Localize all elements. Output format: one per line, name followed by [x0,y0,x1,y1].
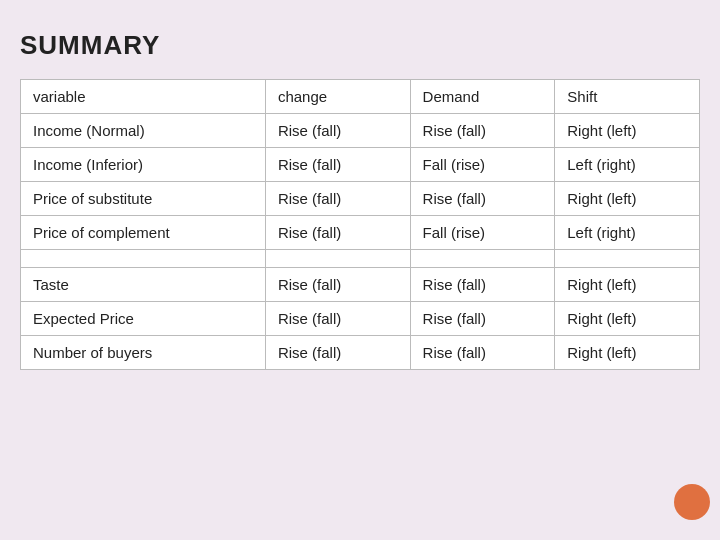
cell-5-1: Rise (fall) [265,268,410,302]
cell-1-3: Left (right) [555,148,700,182]
cell-3-1: Rise (fall) [265,216,410,250]
cell-3-0: Price of complement [21,216,266,250]
cell-1-0: Income (Inferior) [21,148,266,182]
cell-4-2 [410,250,555,268]
cell-2-2: Rise (fall) [410,182,555,216]
cell-2-0: Price of substitute [21,182,266,216]
cell-7-1: Rise (fall) [265,336,410,370]
table-row [21,250,700,268]
cell-6-3: Right (left) [555,302,700,336]
col-header-demand: Demand [410,80,555,114]
table-row: Income (Normal)Rise (fall)Rise (fall)Rig… [21,114,700,148]
page-container: SUMMARY variable change Demand Shift Inc… [20,30,700,370]
circle-decoration [674,484,710,520]
table-row: Price of substituteRise (fall)Rise (fall… [21,182,700,216]
table-row: Expected PriceRise (fall)Rise (fall)Righ… [21,302,700,336]
cell-7-3: Right (left) [555,336,700,370]
cell-5-3: Right (left) [555,268,700,302]
cell-5-0: Taste [21,268,266,302]
cell-5-2: Rise (fall) [410,268,555,302]
cell-0-3: Right (left) [555,114,700,148]
cell-0-1: Rise (fall) [265,114,410,148]
cell-1-2: Fall (rise) [410,148,555,182]
cell-6-2: Rise (fall) [410,302,555,336]
col-header-change: change [265,80,410,114]
table-body: Income (Normal)Rise (fall)Rise (fall)Rig… [21,114,700,370]
table-row: Price of complementRise (fall)Fall (rise… [21,216,700,250]
table-row: Number of buyersRise (fall)Rise (fall)Ri… [21,336,700,370]
cell-4-0 [21,250,266,268]
cell-4-3 [555,250,700,268]
cell-0-0: Income (Normal) [21,114,266,148]
cell-7-0: Number of buyers [21,336,266,370]
cell-6-0: Expected Price [21,302,266,336]
cell-1-1: Rise (fall) [265,148,410,182]
cell-2-3: Right (left) [555,182,700,216]
cell-6-1: Rise (fall) [265,302,410,336]
table-row: Income (Inferior)Rise (fall)Fall (rise)L… [21,148,700,182]
summary-table: variable change Demand Shift Income (Nor… [20,79,700,370]
cell-7-2: Rise (fall) [410,336,555,370]
table-row: TasteRise (fall)Rise (fall)Right (left) [21,268,700,302]
col-header-shift: Shift [555,80,700,114]
cell-2-1: Rise (fall) [265,182,410,216]
col-header-variable: variable [21,80,266,114]
table-header: variable change Demand Shift [21,80,700,114]
page-title: SUMMARY [20,30,700,61]
header-row: variable change Demand Shift [21,80,700,114]
cell-3-2: Fall (rise) [410,216,555,250]
cell-0-2: Rise (fall) [410,114,555,148]
cell-4-1 [265,250,410,268]
cell-3-3: Left (right) [555,216,700,250]
